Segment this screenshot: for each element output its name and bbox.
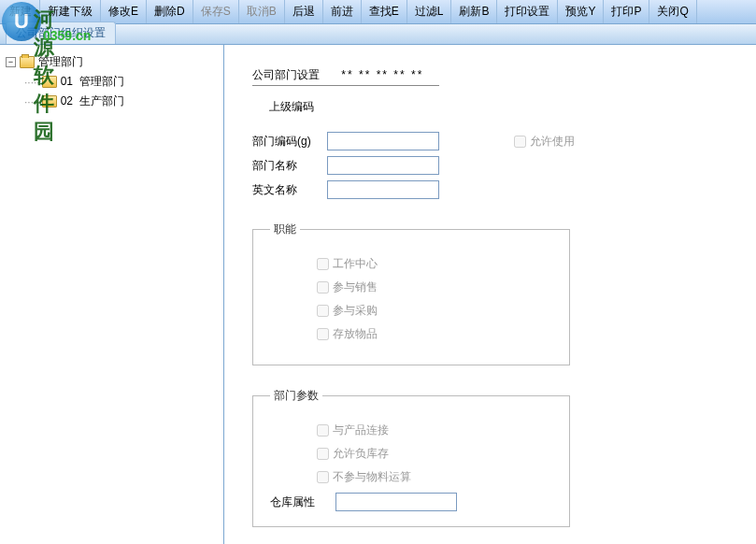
- form-title: 公司部门设置: [252, 67, 320, 83]
- tree-node[interactable]: 02 生产部门: [24, 92, 218, 111]
- toolbar-btn-14[interactable]: 关闭Q: [649, 0, 696, 23]
- param-checkbox-2[interactable]: 不参与物料运算: [317, 469, 552, 485]
- toolbar-btn-3[interactable]: 删除D: [147, 0, 193, 23]
- warehouse-input[interactable]: [335, 493, 457, 511]
- dept-code-label: 部门编码(g): [252, 134, 327, 150]
- toolbar-btn-1[interactable]: 新建下级: [40, 0, 101, 23]
- toolbar-btn-8[interactable]: 查找E: [362, 0, 407, 23]
- toolbar-btn-11[interactable]: 打印设置: [497, 0, 558, 23]
- folder-icon: [42, 76, 57, 88]
- tab-dept-settings[interactable]: 公司部门组织设置: [6, 21, 116, 44]
- tree-node-label: 02 生产部门: [61, 93, 124, 109]
- toolbar-btn-9[interactable]: 过滤L: [407, 0, 452, 23]
- warehouse-label: 仓库属性: [270, 494, 335, 510]
- param-checkbox-0[interactable]: 与产品连接: [317, 422, 552, 438]
- dept-ename-label: 英文名称: [252, 182, 327, 198]
- param-checkbox-1[interactable]: 允许负库存: [317, 446, 552, 462]
- parent-code-label: 上级编码: [269, 99, 728, 115]
- functions-group: 职能 工作中心参与销售参与采购存放物品: [252, 222, 570, 365]
- tree-node[interactable]: 01 管理部门: [24, 72, 218, 92]
- params-group: 部门参数 与产品连接允许负库存不参与物料运算 仓库属性: [252, 388, 570, 527]
- allow-use-label: 允许使用: [530, 134, 575, 150]
- function-checkbox-3[interactable]: 存放物品: [317, 326, 552, 342]
- dept-ename-input[interactable]: [327, 180, 439, 199]
- tree-root-label: 管理部门: [38, 54, 83, 70]
- allow-use-checkbox[interactable]: 允许使用: [514, 134, 575, 150]
- dept-name-label: 部门名称: [252, 158, 327, 174]
- folder-open-icon: [20, 56, 35, 68]
- tab-bar: 公司部门组织设置: [0, 24, 756, 45]
- tree-node-label: 01 管理部门: [61, 74, 124, 90]
- collapse-icon[interactable]: −: [6, 57, 16, 67]
- function-checkbox-2[interactable]: 参与采购: [317, 303, 552, 319]
- params-legend: 部门参数: [270, 388, 322, 404]
- toolbar-btn-13[interactable]: 打印P: [604, 0, 649, 23]
- toolbar-btn-10[interactable]: 刷新B: [451, 0, 497, 23]
- function-checkbox-0[interactable]: 工作中心: [317, 256, 552, 272]
- toolbar-btn-5[interactable]: 取消B: [239, 0, 285, 23]
- dept-code-input[interactable]: [327, 132, 439, 150]
- tree-panel: − 管理部门 01 管理部门02 生产部门: [0, 45, 224, 544]
- functions-legend: 职能: [270, 222, 300, 237]
- toolbar-btn-0[interactable]: 新建: [2, 0, 40, 23]
- form-stars: ** ** ** ** **: [341, 68, 423, 81]
- toolbar-btn-12[interactable]: 预览Y: [558, 0, 604, 23]
- toolbar-btn-2[interactable]: 修改E: [101, 0, 147, 23]
- toolbar-btn-4[interactable]: 保存S: [193, 0, 239, 23]
- toolbar-btn-6[interactable]: 后退: [285, 0, 323, 23]
- tree-root[interactable]: − 管理部门: [6, 52, 218, 72]
- toolbar-btn-7[interactable]: 前进: [323, 0, 362, 23]
- function-checkbox-1[interactable]: 参与销售: [317, 279, 552, 295]
- dept-name-input[interactable]: [327, 156, 439, 175]
- folder-icon: [42, 95, 57, 107]
- form-panel: 公司部门设置 ** ** ** ** ** 上级编码 部门编码(g) 允许使用 …: [224, 45, 756, 544]
